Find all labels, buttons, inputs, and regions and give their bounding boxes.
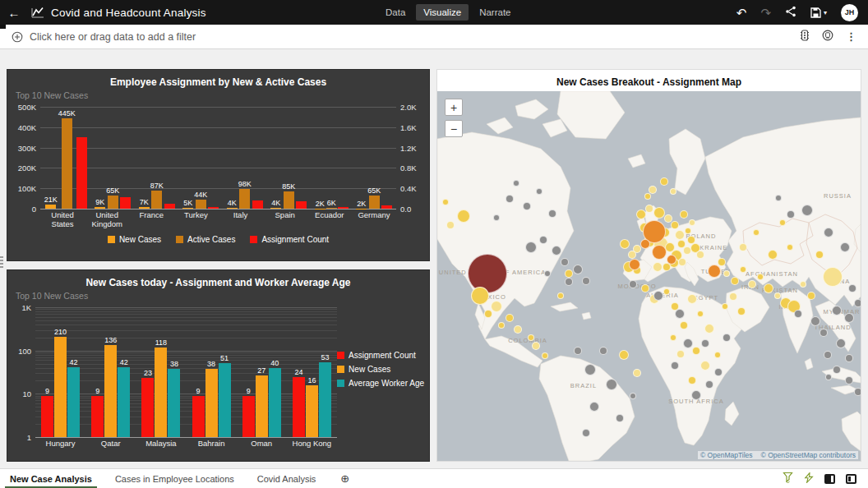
map-bubble[interactable] <box>584 364 596 375</box>
bar[interactable] <box>369 196 380 209</box>
map-bubble[interactable] <box>493 214 500 221</box>
map-bubble[interactable] <box>678 258 686 266</box>
bar[interactable] <box>76 137 87 209</box>
bar[interactable] <box>284 191 294 209</box>
map-bubble[interactable] <box>708 265 721 278</box>
map-bubble[interactable] <box>740 266 746 273</box>
bar[interactable] <box>381 205 392 209</box>
map-bubble[interactable] <box>737 307 746 315</box>
bar[interactable] <box>151 191 162 209</box>
tab-visualize[interactable]: Visualize <box>416 4 469 21</box>
map-bubble[interactable] <box>532 342 540 350</box>
map-bubble[interactable] <box>671 361 679 370</box>
map-bubble[interactable] <box>506 195 514 203</box>
map-bubble[interactable] <box>539 236 547 244</box>
map-bubble[interactable] <box>824 351 832 359</box>
map-bubble[interactable] <box>629 259 640 270</box>
map-bubble[interactable] <box>807 292 815 300</box>
map-bubble[interactable] <box>513 180 519 186</box>
map-bubble[interactable] <box>688 376 696 384</box>
map-bubble[interactable] <box>697 311 704 317</box>
map-bubble[interactable] <box>774 292 781 299</box>
map-bubble[interactable] <box>800 281 806 288</box>
map-bubble[interactable] <box>768 250 778 260</box>
map-bubble[interactable] <box>722 303 728 310</box>
map-bubble[interactable] <box>640 239 650 249</box>
map-bubble[interactable] <box>619 350 629 360</box>
map-bubble[interactable] <box>764 283 773 293</box>
map-bubble[interactable] <box>660 177 668 186</box>
map-bubble[interactable] <box>845 376 853 384</box>
bar[interactable] <box>91 396 104 437</box>
map-bubble[interactable] <box>599 347 607 355</box>
map-bubble[interactable] <box>589 402 599 412</box>
map-bubble[interactable] <box>700 361 710 371</box>
bar[interactable] <box>62 118 72 209</box>
map-bubble[interactable] <box>787 210 795 219</box>
map-bubble[interactable] <box>680 210 688 219</box>
map-bubble[interactable] <box>723 270 730 277</box>
bar[interactable] <box>293 377 305 437</box>
map-bubble[interactable] <box>731 277 739 285</box>
map-bubble[interactable] <box>714 352 721 358</box>
map-bubble[interactable] <box>848 284 856 292</box>
attribution-openstreetmap[interactable]: © OpenStreetMap contributors <box>761 451 856 459</box>
bar[interactable] <box>270 208 281 209</box>
viz-employee-assignment-chart[interactable]: Employee Assignment by New & Active Case… <box>7 69 430 261</box>
map-bubble[interactable] <box>457 209 470 223</box>
viz-assignment-map[interactable]: New Cases Breakout - Assignment Map <box>436 69 861 462</box>
viz-new-cases-age-chart[interactable]: New Cases today - Assignment and Worker … <box>7 269 430 462</box>
layout-panel-left-icon[interactable] <box>846 474 856 484</box>
map-bubble[interactable] <box>446 221 455 229</box>
map-bubble[interactable] <box>718 258 726 266</box>
tab-narrate[interactable]: Narrate <box>472 4 518 21</box>
map-bubble[interactable] <box>653 291 663 301</box>
map-bubble[interactable] <box>729 292 737 301</box>
map-bubble[interactable] <box>574 347 582 355</box>
map-bubble[interactable] <box>544 270 551 277</box>
bar[interactable] <box>155 348 167 437</box>
legend-item[interactable]: Assignment Count <box>250 235 329 244</box>
map-bubble[interactable] <box>794 310 802 318</box>
map-bubble[interactable] <box>810 316 820 326</box>
auto-insights-icon[interactable] <box>804 472 814 486</box>
bar[interactable] <box>219 363 231 437</box>
map-bubble[interactable] <box>663 288 670 295</box>
map-area[interactable]: RUSSIAUNITED STATES OF AMERICAMEXICOCOLO… <box>437 91 861 461</box>
map-bubble[interactable] <box>823 267 843 287</box>
map-bubble[interactable] <box>739 243 747 251</box>
map-bubble[interactable] <box>528 334 534 341</box>
map-bubble[interactable] <box>557 292 564 299</box>
map-bubble[interactable] <box>675 309 685 319</box>
avatar[interactable]: JH <box>841 4 858 21</box>
map-bubble[interactable] <box>833 366 841 374</box>
map-bubble[interactable] <box>836 338 846 348</box>
map-bubble[interactable] <box>523 202 531 210</box>
map-bubble[interactable] <box>628 251 636 259</box>
map-bubble[interactable] <box>573 265 583 274</box>
canvas-tab-cases-in-employee-locations[interactable]: Cases in Employee Locations <box>115 469 234 488</box>
bar[interactable] <box>164 204 175 209</box>
map-bubble[interactable] <box>683 338 693 348</box>
bar[interactable] <box>54 337 67 437</box>
map-bubble[interactable] <box>644 193 651 200</box>
share-icon[interactable] <box>785 6 796 19</box>
map-bubble[interactable] <box>491 301 502 312</box>
map-bubble[interactable] <box>815 251 824 259</box>
map-bubble[interactable] <box>552 246 561 256</box>
redo-icon[interactable]: ↷ <box>760 7 771 19</box>
map-bubble[interactable] <box>561 258 569 266</box>
bar[interactable] <box>120 197 131 209</box>
map-bubble[interactable] <box>689 219 695 226</box>
bar[interactable] <box>118 367 130 437</box>
map-bubble[interactable] <box>685 228 691 234</box>
limit-values-icon[interactable] <box>800 30 810 44</box>
map-bubble[interactable] <box>653 262 663 272</box>
map-bubble[interactable] <box>484 310 492 318</box>
filter-canvas-icon[interactable] <box>783 472 793 486</box>
plot-area[interactable]: 21K445K9K65K7K87K5K44K4K98K4K85K2K6K2K65… <box>40 107 396 209</box>
map-bubble[interactable] <box>582 429 590 437</box>
map-bubble[interactable] <box>542 352 548 359</box>
bar[interactable] <box>239 189 250 209</box>
bar[interactable] <box>182 208 193 209</box>
